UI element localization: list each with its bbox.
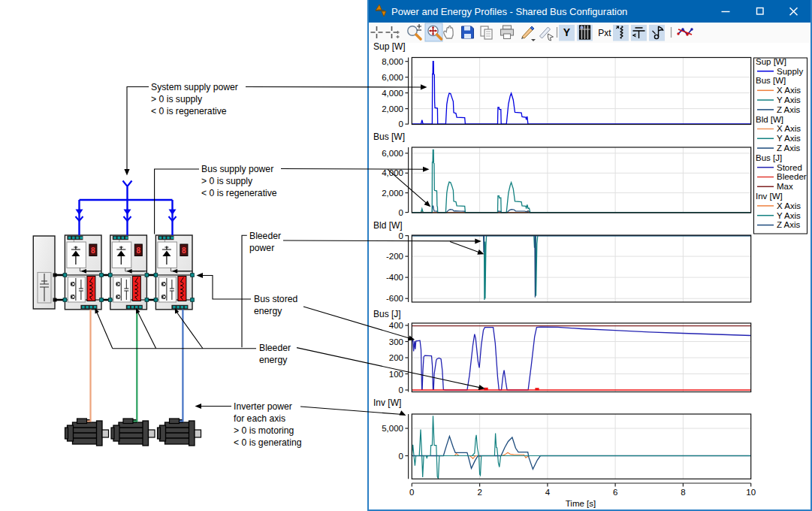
svg-text:0: 0 <box>399 452 403 461</box>
svg-text:200: 200 <box>389 353 403 362</box>
svg-text:Bleeder: Bleeder <box>777 172 807 181</box>
svg-text:8: 8 <box>91 246 95 255</box>
svg-text:4,000: 4,000 <box>382 89 403 98</box>
svg-text:Pxt: Pxt <box>598 28 611 38</box>
svg-text:Y Axis: Y Axis <box>777 95 801 104</box>
svg-text:Bld [W]: Bld [W] <box>756 115 783 124</box>
svg-text:Y Axis: Y Axis <box>777 134 801 143</box>
svg-text:2,000: 2,000 <box>382 104 403 113</box>
svg-text:Bleeder: Bleeder <box>249 231 281 241</box>
svg-text:10: 10 <box>746 488 756 497</box>
svg-text:Bus [W]: Bus [W] <box>373 132 405 142</box>
svg-text:8: 8 <box>182 246 186 255</box>
svg-text:Z Axis: Z Axis <box>777 105 801 114</box>
svg-text:4,000: 4,000 <box>382 168 403 177</box>
svg-text:> 0 is supply: > 0 is supply <box>151 94 203 104</box>
svg-text:System supply power: System supply power <box>151 82 238 92</box>
svg-text:2: 2 <box>477 488 481 497</box>
svg-text:Max: Max <box>777 182 793 191</box>
svg-text:-200: -200 <box>386 252 403 261</box>
svg-text:8: 8 <box>137 246 141 255</box>
svg-text:-600: -600 <box>386 294 403 303</box>
svg-text:6: 6 <box>613 488 617 497</box>
svg-text:Bld [W]: Bld [W] <box>373 220 403 231</box>
svg-text:energy: energy <box>254 306 282 316</box>
svg-text:0: 0 <box>409 488 414 497</box>
svg-text:Inv [W]: Inv [W] <box>373 398 401 408</box>
svg-text:400: 400 <box>389 321 403 330</box>
svg-text:< 0 is generating: < 0 is generating <box>234 437 301 448</box>
svg-text:Time [s]: Time [s] <box>566 499 596 508</box>
svg-text:for each axis: for each axis <box>234 413 285 424</box>
svg-text:Stored: Stored <box>777 163 802 172</box>
svg-text:energy: energy <box>259 355 288 365</box>
svg-text:< 0 is regenerative: < 0 is regenerative <box>201 188 277 198</box>
svg-text:< 0 is regenerative: < 0 is regenerative <box>151 106 227 116</box>
svg-text:Y Axis: Y Axis <box>777 211 801 220</box>
svg-text:-400: -400 <box>386 273 403 282</box>
svg-text:Supply: Supply <box>777 67 803 76</box>
svg-text:power: power <box>249 243 274 253</box>
svg-text:X Axis: X Axis <box>777 201 801 210</box>
svg-text:Sup [W]: Sup [W] <box>373 41 406 52</box>
svg-text:X Axis: X Axis <box>777 86 801 95</box>
svg-text:X Axis: X Axis <box>777 124 801 133</box>
svg-text:Bus [J]: Bus [J] <box>756 153 782 162</box>
svg-text:4: 4 <box>545 488 551 497</box>
svg-text:8,000: 8,000 <box>382 57 403 66</box>
svg-text:Power and Energy Profiles - Sh: Power and Energy Profiles - Shared Bus C… <box>391 6 627 17</box>
svg-text:0: 0 <box>399 231 403 240</box>
svg-text:6,000: 6,000 <box>382 149 403 158</box>
svg-text:Inverter power: Inverter power <box>234 401 292 412</box>
svg-text:Bus [W]: Bus [W] <box>756 76 786 85</box>
svg-text:300: 300 <box>389 337 403 346</box>
svg-text:Sup [W]: Sup [W] <box>756 57 786 66</box>
svg-text:Bus stored: Bus stored <box>254 294 297 304</box>
svg-text:0: 0 <box>399 119 403 129</box>
svg-text:Z Axis: Z Axis <box>777 220 801 229</box>
svg-text:6,000: 6,000 <box>382 73 403 82</box>
svg-text:8: 8 <box>681 488 685 497</box>
svg-text:Z Axis: Z Axis <box>777 144 801 153</box>
svg-text:2,000: 2,000 <box>382 189 403 198</box>
svg-text:> 0 is motoring: > 0 is motoring <box>234 425 294 436</box>
svg-text:Bleeder: Bleeder <box>259 343 291 353</box>
svg-text:0: 0 <box>399 208 403 217</box>
svg-text:Y: Y <box>563 26 571 38</box>
svg-text:> 0 is supply: > 0 is supply <box>201 176 253 186</box>
svg-text:Bus [J]: Bus [J] <box>373 309 401 319</box>
svg-text:5,000: 5,000 <box>382 424 403 433</box>
svg-text:0: 0 <box>399 386 403 395</box>
svg-text:Inv [W]: Inv [W] <box>756 192 783 201</box>
svg-text:Bus supply power: Bus supply power <box>201 164 273 174</box>
